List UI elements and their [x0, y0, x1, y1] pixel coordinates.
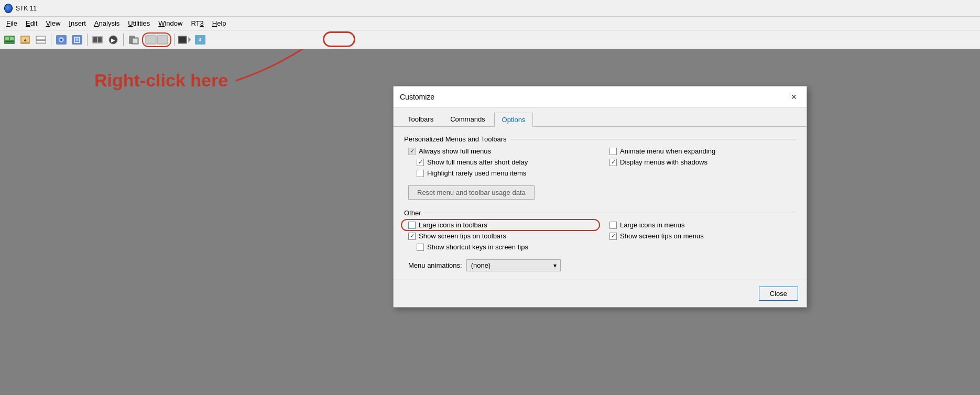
large-icons-menus-row: Large icons in menus: [605, 221, 796, 229]
annotation-text: Right-click here: [94, 70, 228, 91]
show-full-menus-delay-label: Show full menus after short delay: [427, 158, 528, 166]
reset-button-container: Reset menu and toolbar usage data: [404, 180, 796, 205]
dialog-content: Personalized Menus and Toolbars Always s…: [394, 127, 807, 280]
menu-rt3[interactable]: RT3: [187, 18, 208, 28]
display-menus-shadows-row: Display menus with shadows: [605, 158, 796, 166]
highlight-rarely-used-label: Highlight rarely used menu items: [427, 169, 526, 177]
animate-menu-label: Animate menu when expanding: [620, 147, 715, 155]
toolbar-btn-highlighted[interactable]: [142, 32, 171, 47]
svg-rect-2: [10, 37, 14, 40]
display-menus-shadows-checkbox[interactable]: [609, 159, 617, 166]
menu-help[interactable]: Help: [208, 18, 231, 28]
dialog-tabs: Toolbars Commands Options: [394, 108, 807, 127]
customize-dialog: Customize ✕ Toolbars Commands Options Pe…: [393, 86, 807, 308]
toolbar-btn-8[interactable]: [126, 32, 141, 47]
screen-tips-toolbars-label: Show screen tips on toolbars: [419, 232, 506, 240]
menu-view[interactable]: View: [41, 18, 64, 28]
footer-close-button[interactable]: Close: [759, 287, 798, 301]
always-show-full-menus-checkbox[interactable]: [408, 148, 416, 155]
title-bar: STK 11: [0, 0, 980, 17]
large-icons-menus-checkbox[interactable]: [609, 222, 617, 229]
app-icon: [4, 4, 13, 13]
menu-insert[interactable]: Insert: [64, 18, 90, 28]
screen-tips-toolbars-row: Show screen tips on toolbars: [404, 232, 595, 240]
dialog-close-button[interactable]: ✕: [788, 91, 800, 103]
tab-toolbars[interactable]: Toolbars: [400, 112, 441, 126]
svg-rect-23: [146, 36, 156, 44]
large-icons-toolbars-checkbox[interactable]: [408, 222, 416, 229]
svg-text:⬇: ⬇: [198, 37, 202, 42]
svg-text:▶: ▶: [111, 37, 115, 43]
animate-menu-row: Animate menu when expanding: [605, 147, 796, 155]
toolbar-sep-1: [51, 34, 51, 46]
personalized-options: Always show full menus Show full menus a…: [404, 147, 796, 180]
animate-menu-checkbox[interactable]: [609, 148, 617, 155]
svg-rect-22: [133, 39, 137, 43]
personalized-left: Always show full menus Show full menus a…: [404, 147, 595, 180]
svg-rect-3: [5, 41, 14, 42]
display-menus-shadows-label: Display menus with shadows: [620, 158, 707, 166]
main-area: Right-click here Customize ✕ Toolbars Co…: [0, 49, 980, 395]
always-show-full-menus-row: Always show full menus: [404, 147, 595, 155]
shortcut-keys-row: Show shortcut keys in screen tips: [404, 243, 595, 251]
other-section-header: Other: [404, 209, 796, 217]
toolbar-btn-3[interactable]: ═══: [34, 32, 48, 47]
menu-bar: File Edit View Insert Analysis Utilities…: [0, 17, 980, 30]
menu-animations-select[interactable]: (none) Unfold Slide Fade: [466, 259, 561, 271]
large-icons-toolbars-label: Large icons in toolbars: [419, 221, 487, 229]
svg-rect-1: [5, 37, 9, 40]
highlight-rarely-used-checkbox[interactable]: [417, 170, 424, 177]
screen-tips-menus-row: Show screen tips on menus: [605, 232, 796, 240]
svg-marker-27: [188, 37, 191, 42]
toolbar-btn-5[interactable]: [70, 32, 84, 47]
tab-commands[interactable]: Commands: [442, 112, 493, 126]
toolbar-sep-2: [87, 34, 88, 46]
toolbar-btn-4[interactable]: [54, 32, 69, 47]
toolbar-btn-2[interactable]: [18, 32, 32, 47]
menu-edit[interactable]: Edit: [21, 18, 41, 28]
toolbar-sep-3: [123, 34, 124, 46]
toolbar-btn-7[interactable]: ▶: [106, 32, 121, 47]
toolbar-btn-9[interactable]: [177, 32, 192, 47]
app-title: STK 11: [16, 5, 37, 12]
toolbar-sep-4: [174, 34, 175, 46]
show-full-menus-delay-checkbox[interactable]: [417, 159, 424, 166]
menu-utilities[interactable]: Utilities: [124, 18, 154, 28]
large-icons-toolbars-row: Large icons in toolbars: [404, 221, 595, 229]
svg-rect-26: [179, 37, 186, 42]
screen-tips-menus-label: Show screen tips on menus: [620, 232, 704, 240]
toolbar-btn-6[interactable]: [90, 32, 105, 47]
svg-text:═══: ═══: [36, 38, 45, 42]
reset-button[interactable]: Reset menu and toolbar usage data: [408, 185, 535, 200]
large-icons-menus-label: Large icons in menus: [620, 221, 685, 229]
shortcut-keys-checkbox[interactable]: [417, 244, 424, 251]
menu-file[interactable]: File: [2, 18, 21, 28]
other-right: Large icons in menus Show screen tips on…: [605, 221, 796, 254]
menu-analysis[interactable]: Analysis: [90, 18, 124, 28]
svg-point-14: [75, 38, 79, 41]
menu-animations-row: Menu animations: (none) Unfold Slide Fad…: [404, 259, 796, 271]
shortcut-keys-label: Show shortcut keys in screen tips: [427, 243, 528, 251]
toolbar: ═══ ▶ ⬇: [0, 30, 980, 49]
screen-tips-toolbars-checkbox[interactable]: [408, 233, 416, 240]
svg-rect-17: [98, 37, 102, 42]
show-full-menus-delay-row: Show full menus after short delay: [404, 158, 595, 166]
menu-animations-wrapper: (none) Unfold Slide Fade: [466, 259, 561, 271]
tab-options[interactable]: Options: [494, 113, 533, 127]
toolbar-btn-1[interactable]: [2, 32, 17, 47]
highlight-rarely-used-row: Highlight rarely used menu items: [404, 169, 595, 177]
dialog-title-bar: Customize ✕: [394, 86, 807, 108]
svg-rect-16: [93, 37, 97, 42]
toolbar-btn-10[interactable]: ⬇: [193, 32, 208, 47]
dialog-title: Customize: [400, 93, 434, 101]
menu-animations-label: Menu animations:: [408, 261, 462, 269]
svg-point-12: [60, 39, 62, 41]
personalized-right: Animate menu when expanding Display menu…: [605, 147, 796, 180]
screen-tips-menus-checkbox[interactable]: [609, 233, 617, 240]
always-show-full-menus-label: Always show full menus: [419, 147, 491, 155]
other-left: Large icons in toolbars Show screen tips…: [404, 221, 595, 254]
personalized-section-header: Personalized Menus and Toolbars: [404, 135, 796, 143]
svg-rect-24: [157, 36, 168, 44]
menu-window[interactable]: Window: [154, 18, 187, 28]
other-options: Large icons in toolbars Show screen tips…: [404, 221, 796, 254]
